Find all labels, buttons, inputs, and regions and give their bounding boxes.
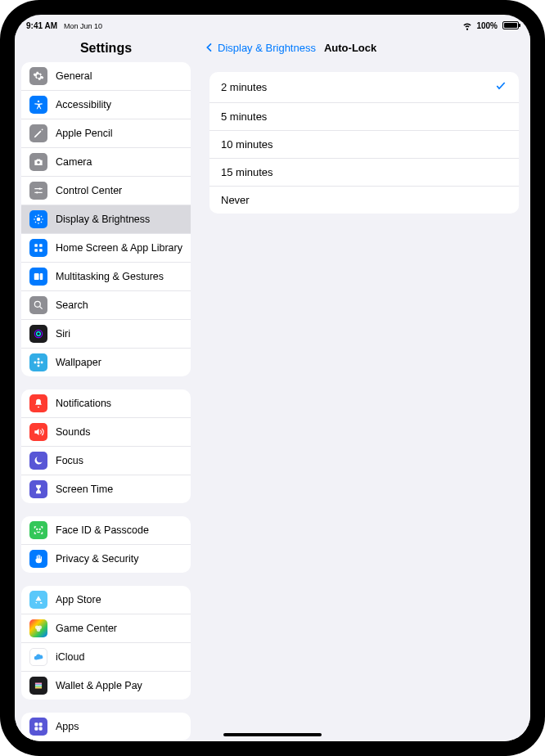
option-15-minutes[interactable]: 15 minutes — [209, 158, 519, 186]
sidebar-group: Apps — [21, 713, 191, 740]
back-label: Display & Brightness — [218, 42, 316, 54]
sidebar-item-label: Camera — [56, 156, 92, 168]
detail-navbar: Display & Brightness Auto-Lock — [198, 33, 530, 61]
svg-point-11 — [34, 301, 40, 307]
accessibility-icon — [29, 96, 47, 114]
svg-point-19 — [37, 529, 38, 529]
sidebar-item-label: Notifications — [56, 398, 111, 409]
sidebar-item-wallet[interactable]: Wallet & Apple Pay — [21, 671, 191, 700]
sidebar-item-label: App Store — [56, 594, 101, 605]
sidebar-item-label: General — [56, 70, 92, 82]
sidebar-item-label: Wallet & Apple Pay — [56, 680, 142, 691]
status-date: Mon Jun 10 — [64, 22, 102, 30]
svg-point-12 — [34, 330, 42, 337]
svg-rect-24 — [35, 683, 42, 685]
svg-point-13 — [37, 332, 41, 336]
sidebar-item-label: Search — [56, 299, 88, 311]
option-never[interactable]: Never — [209, 186, 519, 214]
svg-point-20 — [39, 529, 40, 529]
sidebar-item-apple-pencil[interactable]: Apple Pencil — [21, 119, 191, 147]
svg-point-1 — [37, 161, 40, 164]
sidebar-item-app-store[interactable]: App Store — [21, 586, 191, 614]
sidebar-item-icloud[interactable]: iCloud — [21, 642, 191, 671]
search-icon — [29, 296, 47, 314]
sidebar-item-label: Sounds — [56, 426, 90, 438]
sidebar-item-multitasking[interactable]: Multitasking & Gestures — [21, 262, 191, 290]
sidebar-item-general[interactable]: General — [21, 62, 191, 90]
sidebar-item-privacy[interactable]: Privacy & Security — [21, 544, 191, 573]
svg-rect-29 — [39, 722, 43, 726]
sidebar-item-label: Multitasking & Gestures — [56, 271, 164, 282]
sidebar-item-label: Face ID & Passcode — [56, 524, 149, 536]
grid-icon — [29, 239, 47, 257]
svg-rect-10 — [40, 273, 43, 280]
settings-sidebar: Settings General Accessibility — [15, 33, 198, 741]
hourglass-icon — [29, 480, 47, 498]
camera-icon — [29, 153, 47, 171]
sidebar-item-siri[interactable]: Siri — [21, 319, 191, 348]
apps-icon — [29, 718, 47, 736]
option-label: 15 minutes — [221, 166, 273, 178]
hand-icon — [29, 550, 47, 568]
sidebar-item-control-center[interactable]: Control Center — [21, 176, 191, 205]
svg-rect-25 — [35, 684, 42, 686]
sidebar-item-camera[interactable]: Camera — [21, 147, 191, 176]
siri-icon — [29, 325, 47, 343]
svg-point-4 — [37, 218, 41, 222]
sidebar-item-label: Apps — [56, 721, 79, 732]
detail-pane: Display & Brightness Auto-Lock 2 minutes… — [198, 33, 530, 741]
battery-percent: 100% — [476, 21, 498, 30]
bell-icon — [29, 394, 47, 412]
option-2-minutes[interactable]: 2 minutes — [209, 72, 519, 102]
svg-rect-30 — [34, 727, 38, 731]
screen: 9:41 AM Mon Jun 10 100% Settings — [15, 15, 530, 741]
svg-rect-6 — [39, 244, 43, 247]
sidebar-item-focus[interactable]: Focus — [21, 446, 191, 475]
wifi-icon — [462, 20, 473, 31]
back-button[interactable]: Display & Brightness — [203, 41, 316, 54]
sidebar-item-game-center[interactable]: Game Center — [21, 614, 191, 642]
svg-rect-9 — [34, 273, 39, 280]
sidebar-item-notifications[interactable]: Notifications — [21, 389, 191, 417]
wallet-icon — [29, 677, 47, 695]
sidebar-item-label: iCloud — [56, 651, 84, 663]
sidebar-item-accessibility[interactable]: Accessibility — [21, 90, 191, 119]
sidebar-item-label: Apple Pencil — [56, 128, 113, 139]
sidebar-item-apps[interactable]: Apps — [21, 713, 191, 740]
sidebar-item-label: Control Center — [56, 185, 122, 196]
sidebar-item-label: Siri — [56, 328, 70, 340]
status-time: 9:41 AM — [26, 21, 57, 30]
sidebar-item-screen-time[interactable]: Screen Time — [21, 475, 191, 503]
svg-point-18 — [41, 362, 43, 364]
option-10-minutes[interactable]: 10 minutes — [209, 130, 519, 158]
home-indicator[interactable] — [223, 733, 322, 736]
option-5-minutes[interactable]: 5 minutes — [209, 102, 519, 130]
svg-rect-31 — [39, 727, 43, 731]
sidebar-group: General Accessibility Apple Pencil — [21, 62, 191, 376]
sidebar-item-display-brightness[interactable]: Display & Brightness — [21, 205, 191, 233]
sidebar-scroll[interactable]: General Accessibility Apple Pencil — [15, 62, 197, 741]
sidebar-item-search[interactable]: Search — [21, 290, 191, 319]
device-frame: 9:41 AM Mon Jun 10 100% Settings — [0, 0, 545, 756]
sidebar-item-label: Privacy & Security — [56, 553, 138, 565]
sidebar-item-label: Accessibility — [56, 99, 111, 110]
speaker-icon — [29, 423, 47, 441]
sidebar-item-label: Home Screen & App Library — [56, 242, 182, 254]
sidebar-item-label: Focus — [56, 455, 83, 466]
sidebar-item-faceid[interactable]: Face ID & Passcode — [21, 516, 191, 544]
svg-rect-7 — [34, 249, 38, 252]
game-center-icon — [29, 619, 47, 637]
svg-rect-26 — [35, 686, 42, 687]
sidebar-item-home-screen[interactable]: Home Screen & App Library — [21, 233, 191, 262]
svg-point-0 — [38, 101, 39, 102]
sidebar-item-sounds[interactable]: Sounds — [21, 417, 191, 446]
multitask-icon — [29, 268, 47, 286]
svg-point-23 — [37, 628, 41, 632]
svg-rect-27 — [35, 687, 42, 689]
svg-rect-8 — [39, 249, 43, 252]
option-label: 2 minutes — [221, 81, 267, 93]
svg-rect-5 — [34, 244, 38, 247]
status-bar: 9:41 AM Mon Jun 10 100% — [15, 15, 530, 33]
sidebar-item-wallpaper[interactable]: Wallpaper — [21, 348, 191, 376]
svg-rect-28 — [34, 722, 38, 726]
